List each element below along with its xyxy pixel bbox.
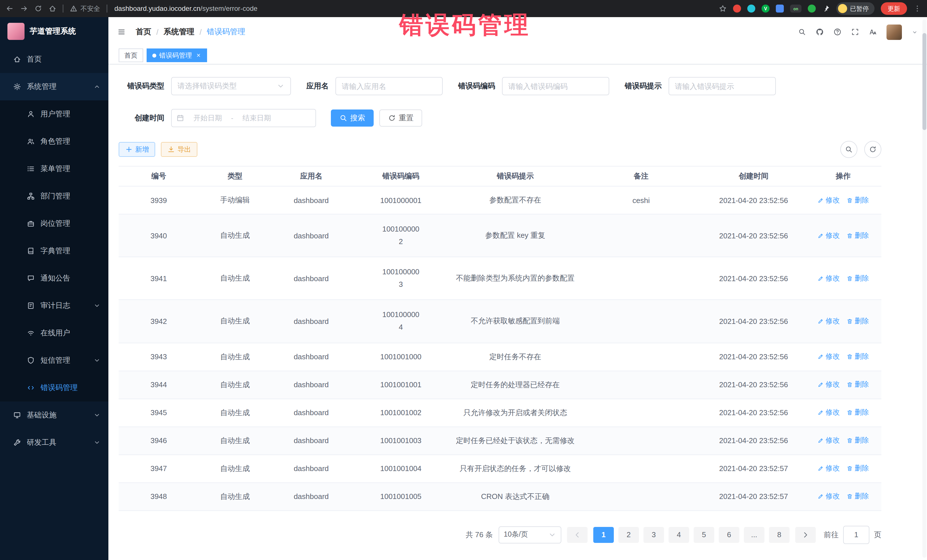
page-button-8[interactable]: 8: [769, 527, 790, 543]
prev-page-button[interactable]: [567, 527, 588, 543]
delete-link[interactable]: 删除: [846, 195, 869, 205]
edit-label: 修改: [825, 464, 840, 473]
start-date-input[interactable]: [187, 114, 229, 123]
sidebar-item-menu-management[interactable]: 菜单管理: [0, 155, 108, 182]
browser-home-icon[interactable]: [49, 5, 56, 12]
sidebar-item-audit-log[interactable]: 审计日志: [0, 292, 108, 319]
goto-page-input[interactable]: [843, 525, 869, 544]
page-size-select[interactable]: 10条/页: [498, 526, 561, 543]
sidebar-item-role-management[interactable]: 角色管理: [0, 128, 108, 155]
edit-link[interactable]: 修改: [818, 464, 840, 473]
sidebar-item-dict-management[interactable]: 字典管理: [0, 237, 108, 265]
export-button[interactable]: 导出: [161, 142, 198, 157]
page-button-3[interactable]: 3: [643, 527, 664, 543]
error-hint-input[interactable]: [669, 82, 775, 90]
profile-paused-badge[interactable]: 已暂停: [836, 2, 874, 15]
next-page-button[interactable]: [795, 527, 816, 543]
reset-button[interactable]: 重置: [379, 109, 422, 127]
edit-link[interactable]: 修改: [818, 231, 840, 240]
page-button-4[interactable]: 4: [669, 527, 689, 543]
font-size-icon[interactable]: [869, 28, 877, 36]
chevron-down-icon[interactable]: [912, 29, 918, 35]
pagination-more-button[interactable]: ...: [744, 527, 764, 543]
delete-link[interactable]: 删除: [846, 464, 869, 473]
github-icon[interactable]: [816, 28, 824, 36]
browser-back-icon[interactable]: [6, 5, 14, 12]
sidebar-item-system-management[interactable]: 系统管理: [0, 73, 108, 100]
edit-link[interactable]: 修改: [818, 380, 840, 390]
delete-link[interactable]: 删除: [846, 317, 869, 326]
pinned-extension-icon[interactable]: [822, 5, 830, 12]
delete-link[interactable]: 删除: [846, 492, 869, 501]
delete-link[interactable]: 删除: [846, 231, 869, 240]
sidebar-item-dept-management[interactable]: 部门管理: [0, 182, 108, 210]
scrollbar-thumb[interactable]: [922, 33, 926, 130]
edit-link[interactable]: 修改: [818, 408, 840, 417]
delete-link[interactable]: 删除: [846, 380, 869, 390]
edit-link[interactable]: 修改: [818, 274, 840, 284]
cell-type: 自动生成: [199, 343, 271, 371]
refresh-table-button[interactable]: [864, 141, 881, 158]
search-button[interactable]: 搜索: [331, 109, 374, 127]
browser-update-button[interactable]: 更新: [881, 2, 907, 15]
sidebar-item-post-management[interactable]: 岗位管理: [0, 210, 108, 237]
logo-row[interactable]: 芋道管理系统: [0, 17, 108, 46]
page-button-6[interactable]: 6: [719, 527, 739, 543]
app-name-input[interactable]: [336, 82, 442, 90]
cell-app: dashboard: [271, 214, 351, 257]
help-icon[interactable]: [833, 28, 842, 36]
breadcrumb-item[interactable]: 系统管理: [164, 27, 195, 37]
edit-link[interactable]: 修改: [818, 436, 840, 445]
delete-link[interactable]: 删除: [846, 408, 869, 417]
close-icon[interactable]: [195, 52, 201, 58]
sidebar-item-home[interactable]: 首页: [0, 46, 108, 73]
page-button-1[interactable]: 1: [593, 527, 614, 543]
sidebar-item-sms-management[interactable]: 短信管理: [0, 347, 108, 374]
edit-link[interactable]: 修改: [818, 195, 840, 205]
scrollbar-track[interactable]: [922, 20, 926, 558]
edit-icon: [818, 410, 824, 416]
extension-icon[interactable]: on: [790, 5, 801, 12]
sidebar-item-notice-announcement[interactable]: 通知公告: [0, 265, 108, 292]
page-button-2[interactable]: 2: [619, 527, 639, 543]
breadcrumb-item[interactable]: 首页: [136, 27, 151, 37]
add-button[interactable]: 新增: [119, 142, 155, 157]
browser-forward-icon[interactable]: [20, 5, 28, 12]
sidebar-collapse-icon[interactable]: [117, 28, 126, 36]
extension-icon[interactable]: [747, 5, 755, 12]
sidebar-item-error-code-management[interactable]: 错误码管理: [0, 374, 108, 401]
edit-link[interactable]: 修改: [818, 492, 840, 501]
delete-link[interactable]: 删除: [846, 436, 869, 445]
bookmark-star-icon[interactable]: [719, 5, 727, 12]
search-icon[interactable]: [798, 28, 806, 36]
end-date-input[interactable]: [236, 114, 278, 123]
date-range-picker[interactable]: -: [171, 109, 316, 127]
edit-link[interactable]: 修改: [818, 352, 840, 361]
user-avatar[interactable]: [886, 24, 902, 39]
sidebar-item-online-users[interactable]: 在线用户: [0, 319, 108, 347]
cell-hint: 不允许获取敏感配置到前端: [450, 300, 580, 343]
chevron-down-icon: [94, 412, 100, 419]
browser-menu-icon[interactable]: [913, 5, 921, 12]
extension-icon[interactable]: [776, 5, 784, 12]
extension-icon[interactable]: V: [761, 5, 769, 12]
sidebar-item-user-management[interactable]: 用户管理: [0, 100, 108, 128]
page-button-5[interactable]: 5: [694, 527, 714, 543]
delete-link[interactable]: 删除: [846, 274, 869, 284]
sidebar-item-infrastructure[interactable]: 基础设施: [0, 401, 108, 429]
browser-reload-icon[interactable]: [34, 5, 42, 12]
sidebar-item-dev-tools[interactable]: 研发工具: [0, 429, 108, 456]
error-code-value: 1001001001: [380, 380, 422, 389]
tab-error-code[interactable]: 错误码管理: [147, 49, 207, 62]
fullscreen-icon[interactable]: [851, 28, 859, 36]
delete-link[interactable]: 删除: [846, 352, 869, 361]
error-code-input[interactable]: [503, 82, 609, 90]
extension-icon[interactable]: [733, 5, 741, 12]
security-indicator[interactable]: 不安全: [70, 4, 100, 13]
extension-icon[interactable]: [808, 5, 816, 12]
error-type-select[interactable]: 请选择错误码类型: [171, 77, 291, 95]
toggle-search-button[interactable]: [840, 141, 857, 158]
tab-home[interactable]: 首页: [119, 49, 143, 62]
edit-link[interactable]: 修改: [818, 317, 840, 326]
address-bar[interactable]: dashboard.yudao.iocoder.cn/system/error-…: [114, 5, 713, 12]
